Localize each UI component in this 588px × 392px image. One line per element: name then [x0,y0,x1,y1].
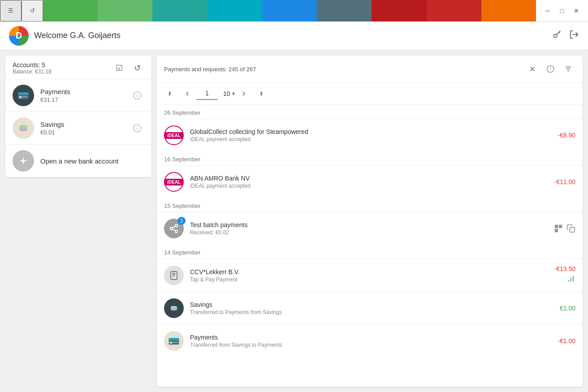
topbar: ☰ ↺ ─ □ ✕ [0,0,588,22]
page-number-input[interactable] [196,87,218,100]
tx-icon-wrap: iDEAL [164,172,184,192]
last-page-button[interactable] [253,86,267,101]
key-button[interactable] [552,30,562,42]
svg-line-33 [173,229,175,231]
account-item-payments[interactable]: Payments €31.17 [5,79,151,112]
accounts-count: Accounts: 5 [13,61,52,69]
add-account-label: Open a new bank account [40,157,144,165]
tx-name: Test batch payments [190,221,554,228]
tx-amount: -€1.00 [558,337,575,345]
main-content: Accounts: 5 Balance: €31.18 ☑ ↺ [0,50,588,392]
menu-icon: ☰ [8,7,13,14]
transaction-item[interactable]: PaymentsTransferred from Savings to Paym… [157,324,583,357]
tx-amount: -€13.50 [554,265,575,272]
payments-header-title: Payments and requests: 245 of 267 [164,66,525,73]
tx-icon-wrap [164,266,184,285]
refresh-icon: ↺ [30,7,35,14]
svg-point-30 [175,224,178,227]
tx-icon-wrap [164,298,184,318]
page-size-dropdown-icon: ▾ [232,90,235,97]
accounts-info: Accounts: 5 Balance: €31.18 [13,61,52,75]
tx-name: Savings [190,301,560,308]
tx-amount: €1.00 [560,305,575,312]
qr-button[interactable] [554,224,563,235]
transaction-list: 26 SeptemberiDEALGlobalCollect collectin… [157,105,583,387]
header-actions [552,30,579,42]
tx-amount-area: -€13.50 [554,265,575,285]
next-page-button[interactable] [237,86,251,101]
svg-rect-39 [560,226,561,227]
svg-rect-58 [169,342,173,344]
transaction-item[interactable]: iDEALABN AMRO Bank NViDEAL payment accep… [157,165,583,198]
check-button[interactable]: ☑ [112,61,126,75]
account-item-savings[interactable]: Savings €0.01 [5,112,151,144]
payments-header: Payments and requests: 245 of 267 [157,56,583,83]
pagination: 10 ▾ [157,83,583,105]
savings-info-button[interactable] [130,121,144,135]
page-size-select[interactable]: 10 ▾ [223,90,235,97]
page-size-value: 10 [223,90,230,97]
close-button[interactable]: ✕ [570,4,583,17]
accounts-refresh-button[interactable]: ↺ [130,61,144,75]
tx-details: CCV*Lekkerr B.V.Tap & Pay Payment [190,268,554,283]
tx-amount-area [554,222,575,235]
minimize-button[interactable]: ─ [541,4,554,17]
logout-button[interactable] [569,30,579,42]
tx-amount-area: -€1.00 [558,337,575,345]
tx-amount-area: -€11.00 [554,178,575,185]
svg-rect-38 [556,226,557,227]
refresh-button[interactable]: ↺ [22,0,43,22]
svg-line-34 [173,226,175,228]
payments-info-button[interactable] [543,62,558,76]
accounts-card: Accounts: 5 Balance: €31.18 ☑ ↺ [5,56,151,177]
date-group-header: 26 September [157,105,583,119]
window-controls: ─ □ ✕ [536,4,588,17]
savings-account-name: Savings [40,121,130,128]
transaction-item[interactable]: 2Test batch paymentsReceived: €0.02 [157,212,583,245]
accounts-header: Accounts: 5 Balance: €31.18 ☑ ↺ [5,56,151,79]
transaction-item[interactable]: CCV*Lekkerr B.V.Tap & Pay Payment-€13.50 [157,258,583,292]
svg-rect-59 [173,342,178,343]
first-page-button[interactable] [164,86,178,101]
fork-button[interactable] [566,274,575,285]
menu-button[interactable]: ☰ [0,0,22,22]
account-item-add[interactable]: Open a new bank account [5,144,151,177]
maximize-button[interactable]: □ [556,4,568,17]
left-panel: Accounts: 5 Balance: €31.18 ☑ ↺ [0,50,157,392]
tx-actions [554,224,575,235]
svg-rect-6 [19,96,22,98]
svg-rect-45 [570,227,575,232]
add-account-icon [13,150,34,172]
transaction-item[interactable]: iDEALGlobalCollect collecting for Steamp… [157,119,583,151]
svg-rect-40 [556,230,557,231]
payments-filter-button[interactable] [561,62,575,76]
transaction-item[interactable]: SavingsTransferred to Payments from Savi… [157,292,583,324]
tx-icon-wrap: iDEAL [164,125,184,145]
savings-account-balance: €0.01 [40,129,130,136]
tx-sub: Transferred from Savings to Payments [190,342,558,348]
add-account-details: Open a new bank account [40,157,144,165]
tx-amount-area: €1.00 [560,305,575,312]
tx-actions [554,274,575,285]
tx-details: SavingsTransferred to Payments from Savi… [190,301,560,315]
payments-header-actions [525,62,575,76]
savings-account-icon [13,117,34,139]
date-group-header: 16 September [157,151,583,165]
tx-badge: 2 [177,217,186,225]
date-group-header: 15 September [157,198,583,212]
payments-info-button[interactable] [130,88,144,103]
tx-name: GlobalCollect collecting for Steampowere… [190,128,558,135]
tx-amount: -€11.00 [554,178,575,185]
tx-icon-wrap [164,331,184,351]
date-group-header: 14 September [157,245,583,258]
svg-line-2 [559,32,560,33]
svg-rect-46 [171,271,177,280]
payments-close-button[interactable] [525,62,540,76]
tx-name: Payments [190,334,558,341]
svg-point-55 [171,306,177,308]
prev-page-button[interactable] [180,86,195,101]
color-segments [43,0,536,22]
tx-sub: Tap & Pay Payment [190,276,554,283]
copy-button[interactable] [566,224,575,235]
svg-point-0 [554,34,557,37]
